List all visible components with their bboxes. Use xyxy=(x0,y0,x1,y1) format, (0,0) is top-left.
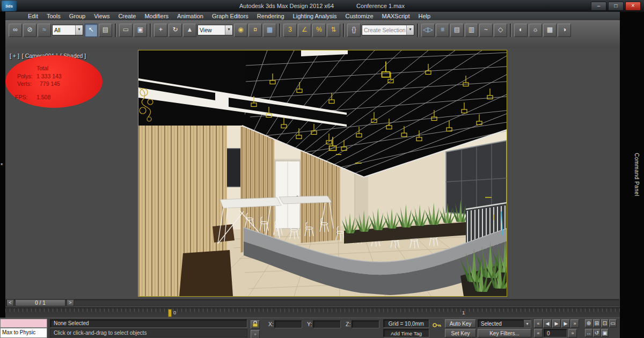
selection-lock-toggle[interactable] xyxy=(251,320,260,329)
current-frame-field[interactable]: 0 xyxy=(544,329,567,337)
coord-y-field[interactable] xyxy=(313,320,341,328)
snaps-toggle-button[interactable]: 3 xyxy=(283,24,297,37)
mirror-button[interactable]: ◁▷ xyxy=(421,24,435,37)
go-to-start-button[interactable]: « xyxy=(534,319,543,328)
stats-verts-value: 779 145 xyxy=(40,80,60,87)
toolbar-separator xyxy=(115,24,116,37)
lock-icon xyxy=(252,321,258,327)
grid-setting: Grid = 10,0mm xyxy=(383,319,429,328)
layer-manager-button[interactable]: ▤ xyxy=(450,24,464,37)
render-production-button[interactable]: ◑ xyxy=(558,24,571,37)
close-button[interactable]: × xyxy=(625,2,641,11)
command-panel-strip: Command Panel xyxy=(620,12,644,338)
rectangular-selection-region-button[interactable]: ▭ xyxy=(119,24,133,37)
left-panel-handle[interactable]: * xyxy=(1,162,3,168)
align-button[interactable]: ≡ xyxy=(436,24,449,37)
minimize-button[interactable]: – xyxy=(591,2,606,11)
track-frame-label: 0 xyxy=(173,310,176,315)
menu-group[interactable]: Group xyxy=(65,12,90,20)
previous-frame-button[interactable]: ◀ xyxy=(543,319,552,328)
window-crossing-button[interactable]: ▣ xyxy=(134,24,147,37)
next-frame-button[interactable]: ▶ xyxy=(561,319,570,328)
menu-edit[interactable]: Edit xyxy=(24,12,42,20)
select-and-move-button[interactable]: + xyxy=(154,24,167,37)
key-mode-dropdown[interactable]: Selected ▾ xyxy=(478,319,531,328)
absolute-offset-toggle[interactable]: ▫ xyxy=(251,330,260,338)
track-bar[interactable]: 0 1 xyxy=(5,307,620,318)
zoom-icon[interactable]: ⊕ xyxy=(585,319,592,327)
next-key-button[interactable]: » xyxy=(568,329,577,337)
rendered-frame-window-button[interactable]: ▦ xyxy=(543,24,557,37)
time-slider-prev-arrow[interactable]: < xyxy=(6,299,14,306)
time-slider[interactable]: < 0 / 1 > xyxy=(5,298,620,307)
coord-z-field[interactable] xyxy=(352,320,379,328)
select-by-name-button[interactable]: ▤ xyxy=(99,24,112,37)
play-button[interactable]: ▶ xyxy=(552,319,561,328)
named-selection-sets-dropdown[interactable]: Create Selection Se▾ xyxy=(362,25,414,35)
go-to-end-button[interactable]: » xyxy=(570,319,579,328)
menu-views[interactable]: Views xyxy=(90,12,114,20)
add-time-tag[interactable]: Add Time Tag xyxy=(383,329,429,337)
menu-help[interactable]: Help xyxy=(414,12,435,20)
viewport-area[interactable]: [ + ] [ Camera001 ] [ Shaded ] Total Pol… xyxy=(5,48,620,298)
menu-lighting-analysis[interactable]: Lighting Analysis xyxy=(289,12,341,20)
set-key-button[interactable]: Set Key xyxy=(445,329,476,337)
select-and-manipulate-button[interactable]: ¤ xyxy=(248,24,262,37)
select-and-link-button[interactable]: ∞ xyxy=(9,24,22,37)
menu-customize[interactable]: Customize xyxy=(341,12,378,20)
material-editor-button[interactable]: ◐ xyxy=(514,24,528,37)
time-slider-next-arrow[interactable]: > xyxy=(67,299,74,306)
select-and-scale-button[interactable]: ▲ xyxy=(183,24,196,37)
unlink-selection-button[interactable]: ⊘ xyxy=(23,24,36,37)
menu-rendering[interactable]: Rendering xyxy=(253,12,289,20)
chevron-down-icon: ▾ xyxy=(406,25,414,35)
zoom-extents-icon[interactable]: ⊡ xyxy=(601,319,609,327)
schematic-view-button[interactable]: ◇ xyxy=(494,24,507,37)
coord-y-label: Y: xyxy=(307,321,312,327)
selection-status-field: None Selected xyxy=(50,319,247,328)
menu-tools[interactable]: Tools xyxy=(42,12,65,20)
pan-icon[interactable]: ↔ xyxy=(585,329,592,337)
spinner-snap-button[interactable]: ⇅ xyxy=(327,24,340,37)
auto-key-button[interactable]: Auto Key xyxy=(445,319,476,328)
keyboard-override-button[interactable]: ▦ xyxy=(263,24,276,37)
maxscript-listener-output[interactable]: Max to Physic xyxy=(0,328,47,338)
maximize-viewport-icon[interactable]: ▣ xyxy=(601,329,609,337)
edit-named-selections-button[interactable]: {} xyxy=(347,24,361,37)
zoom-region-icon[interactable]: ▭ xyxy=(609,319,617,327)
app-logo-icon[interactable]: 3ds xyxy=(2,1,17,11)
curve-editor-button[interactable]: ~ xyxy=(479,24,493,37)
menu-maxscript[interactable]: MAXScript xyxy=(378,12,414,20)
time-slider-handle[interactable]: 0 / 1 xyxy=(15,299,65,306)
select-object-button[interactable]: ↖ xyxy=(84,24,98,37)
camera-viewport[interactable] xyxy=(138,50,507,297)
viewport-pos-label[interactable]: [ + ] xyxy=(10,53,19,59)
stats-verts-label: Verts: xyxy=(17,80,32,87)
left-panel-strip: * xyxy=(0,12,5,318)
percent-snap-button[interactable]: % xyxy=(312,24,326,37)
main-toolbar: ∞⊘≈All▾↖▤▭▣+↻▲View▾◉¤▦3∠%⇅{}Create Selec… xyxy=(5,20,620,48)
bind-to-space-warp-button[interactable]: ≈ xyxy=(38,24,51,37)
coord-x-field[interactable] xyxy=(274,320,302,328)
orbit-icon[interactable]: ↺ xyxy=(593,329,601,337)
angle-snap-button[interactable]: ∠ xyxy=(298,24,311,37)
select-and-rotate-button[interactable]: ↻ xyxy=(169,24,182,37)
use-pivot-center-button[interactable]: ◉ xyxy=(234,24,247,37)
maxscript-listener-text: Max to Physic xyxy=(2,329,35,335)
menu-modifiers[interactable]: Modifiers xyxy=(140,12,173,20)
graphite-ribbon-button[interactable]: ▥ xyxy=(465,24,478,37)
zoom-all-icon[interactable]: ⊞ xyxy=(593,319,601,327)
menu-graph-editors[interactable]: Graph Editors xyxy=(208,12,253,20)
command-panel-tab[interactable]: Command Panel xyxy=(634,153,640,196)
reference-coordinate-dropdown[interactable]: View▾ xyxy=(197,25,233,35)
maxscript-listener-input[interactable] xyxy=(0,319,47,328)
time-slider-groove[interactable] xyxy=(6,299,619,306)
menu-animation[interactable]: Animation xyxy=(173,12,208,20)
render-setup-button[interactable]: ☼ xyxy=(529,24,542,37)
keyframe-marker[interactable] xyxy=(168,309,172,317)
maximize-button[interactable]: □ xyxy=(608,2,624,11)
key-filters-button[interactable]: Key Filters... xyxy=(478,329,531,337)
previous-key-button[interactable]: « xyxy=(534,329,543,337)
selection-filter-dropdown[interactable]: All▾ xyxy=(52,25,83,35)
menu-create[interactable]: Create xyxy=(114,12,140,20)
